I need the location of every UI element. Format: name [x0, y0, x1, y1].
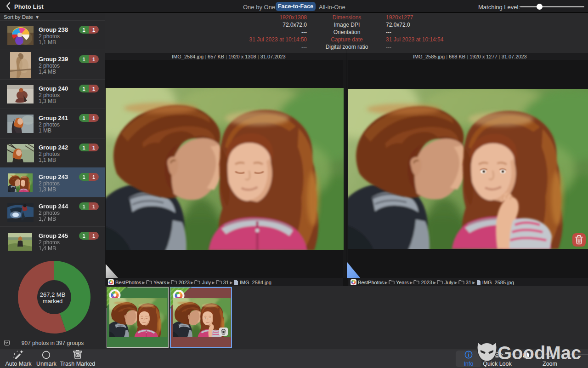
svg-text:GoodMac: GoodMac	[498, 343, 581, 363]
